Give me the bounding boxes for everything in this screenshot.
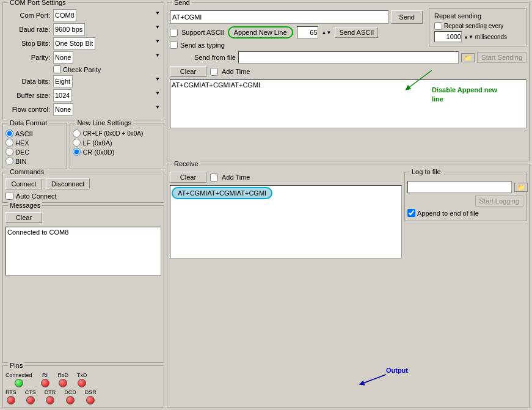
log-browse-button[interactable]: 📁 (514, 183, 528, 192)
pin-rts: RTS (5, 389, 16, 405)
append-new-line-button[interactable]: Append New Line (228, 26, 293, 38)
pin-ri-label: RI (42, 372, 48, 378)
data-bits-label: Data bits: (5, 78, 53, 85)
pin-ri: RI (41, 372, 49, 387)
send-file-browse-button[interactable]: 📁 (461, 53, 475, 62)
ascii-value-input[interactable] (297, 26, 318, 38)
check-parity-label: Check Parity (63, 66, 101, 73)
baud-rate-label: Baud rate: (5, 26, 53, 33)
check-parity-checkbox[interactable] (53, 65, 61, 73)
pins-box: Pins Connected RI RxD TxD (2, 365, 164, 408)
pin-dcd: DCD (64, 389, 76, 405)
hex-radio[interactable] (5, 139, 13, 147)
add-time-receive-checkbox[interactable] (210, 174, 218, 181)
send-file-input[interactable] (238, 51, 459, 64)
add-time-send-checkbox[interactable] (210, 68, 218, 76)
pin-rts-led (7, 396, 15, 405)
pin-cts-led (26, 396, 35, 405)
pin-rxd-led (59, 379, 67, 387)
receive-area[interactable]: AT+CGMIAT+CGMIAT+CGMI (170, 185, 402, 258)
annotation-container: Disable Append newline (432, 86, 530, 104)
disconnect-button[interactable]: Disconnect (46, 178, 90, 189)
flow-control-select[interactable]: None (53, 103, 73, 115)
send-area-content: AT+CGMIAT+CGMIAT+CGMI (172, 81, 260, 89)
data-bits-select[interactable]: Eight (53, 75, 73, 87)
svg-line-0 (407, 70, 432, 89)
pin-dsr-led (86, 396, 95, 405)
baud-rate-select[interactable]: 9600 bps (53, 23, 85, 35)
start-logging-button[interactable]: Start Logging (475, 196, 523, 207)
com-port-title: COM Port Settings (8, 0, 68, 6)
commands-title: Commands (8, 168, 46, 175)
connect-button[interactable]: Connect (5, 178, 42, 189)
log-to-file-title: Log to file (410, 168, 443, 175)
cr-label: CR (0x0D) (82, 148, 114, 156)
parity-select[interactable]: None (53, 51, 73, 64)
bin-label: BIN (15, 158, 26, 165)
repeat-sending-title: Repeat sending (434, 12, 521, 20)
messages-content: Connected to COM8 (5, 227, 161, 276)
pin-dtr-label: DTR (45, 389, 56, 395)
send-box: Send Repeat sending Repeat sending every… (167, 2, 530, 161)
ms-label: miliseconds (475, 34, 507, 40)
messages-clear-button[interactable]: Clear (5, 212, 42, 223)
add-time-send-label: Add Time (222, 68, 250, 75)
data-format-box: Data Format ASCII HEX DEC BIN (2, 123, 67, 169)
new-line-box: New Line Settings CR+LF (0x0D + 0x0A) LF… (70, 123, 164, 169)
repeat-label: Repeat sending every (444, 23, 503, 29)
log-file-input[interactable] (407, 181, 512, 193)
send-as-typing-checkbox[interactable] (170, 41, 178, 49)
pin-cts-label: CTS (25, 389, 36, 395)
send-as-typing-label: Send as typing (180, 42, 225, 49)
messages-text: Connected to COM8 (7, 229, 68, 236)
buffer-size-label: Buffer size: (5, 92, 53, 99)
svg-line-1 (362, 375, 386, 384)
cr-radio[interactable] (73, 148, 81, 156)
send-input[interactable] (170, 10, 388, 24)
support-ascii-checkbox[interactable] (170, 29, 178, 37)
receive-clear-button[interactable]: Clear (170, 172, 206, 183)
receive-box: Receive Clear Add Time AT+CGMIAT+CGMIAT+… (167, 164, 530, 408)
repeat-checkbox[interactable] (434, 22, 442, 30)
crlf-label: CR+LF (0x0D + 0x0A) (82, 130, 143, 137)
stop-bits-select[interactable]: One Stop Bit (53, 37, 95, 49)
auto-connect-label: Auto Connect (16, 192, 57, 200)
messages-title: Messages (8, 202, 42, 209)
send-button[interactable]: Send (391, 10, 423, 24)
bin-radio[interactable] (5, 157, 13, 165)
new-line-title: New Line Settings (75, 119, 133, 126)
stepper-icon[interactable]: ▲▼ (322, 30, 332, 35)
pin-connected: Connected (5, 372, 32, 387)
com-port-label: Com Port: (5, 12, 53, 19)
append-checkbox[interactable] (407, 209, 415, 217)
up-down[interactable]: ▲▼ (464, 34, 473, 40)
pin-txd: TxD (77, 372, 87, 387)
send-ascii-button[interactable]: Send ASCII (335, 27, 378, 38)
hex-label: HEX (15, 139, 29, 147)
pin-cts: CTS (25, 389, 36, 405)
output-arrow-svg (359, 372, 389, 390)
receive-content: AT+CGMIAT+CGMIAT+CGMI (172, 187, 272, 199)
lf-radio[interactable] (73, 139, 81, 147)
commands-box: Commands Connect Disconnect Auto Connect (2, 172, 164, 203)
send-title: Send (172, 0, 192, 6)
dec-radio[interactable] (5, 148, 13, 156)
pin-ri-led (41, 379, 49, 387)
output-annotation: Output (386, 367, 408, 374)
ascii-radio[interactable] (5, 130, 13, 137)
repeat-sending-box: Repeat sending Repeat sending every ▲▼ m… (429, 8, 527, 46)
crlf-radio[interactable] (73, 130, 81, 137)
output-label: Output (386, 367, 408, 374)
stop-bits-label: Stop Bits: (5, 40, 53, 47)
com-port-settings: COM Port Settings Com Port: COM8 Baud ra… (2, 2, 164, 120)
send-clear-button[interactable]: Clear (170, 66, 206, 77)
ascii-label: ASCII (15, 130, 33, 137)
pin-txd-led (78, 379, 86, 387)
start-sending-button[interactable]: Start Sending (477, 52, 527, 63)
ms-input[interactable] (434, 31, 462, 42)
receive-title: Receive (172, 160, 200, 167)
auto-connect-checkbox[interactable] (5, 192, 13, 200)
pin-dtr-led (46, 396, 54, 405)
com-port-select[interactable]: COM8 (53, 9, 76, 21)
buffer-size-select[interactable]: 1024 (53, 89, 72, 101)
